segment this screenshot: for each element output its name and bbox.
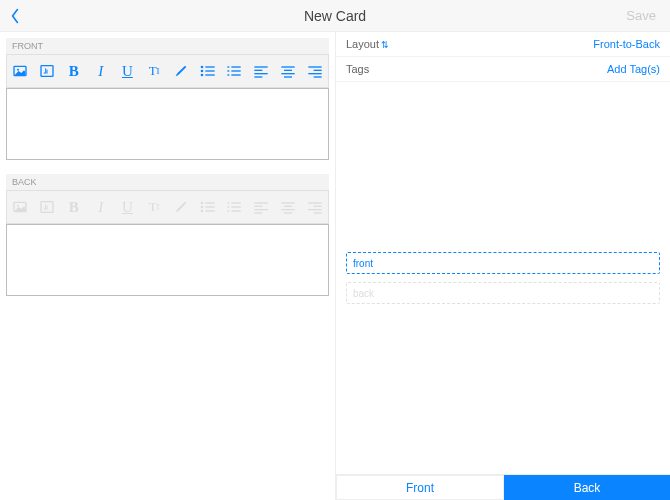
audio-icon[interactable] [38,61,57,81]
svg-rect-48 [281,209,294,210]
layout-row[interactable]: Layout⇅ Front-to-Back [336,32,670,57]
svg-point-1 [17,69,19,71]
svg-rect-8 [205,74,214,75]
svg-rect-15 [254,66,267,67]
layout-value[interactable]: Front-to-Back [593,38,660,50]
svg-rect-11 [228,74,230,75]
preview-area: front back [336,82,670,474]
svg-rect-33 [205,202,214,203]
text-style-button[interactable]: TI [145,197,164,217]
svg-rect-20 [284,70,292,71]
preview-front[interactable]: front [346,252,660,274]
svg-rect-22 [284,76,292,77]
align-center-icon[interactable] [279,61,298,81]
svg-rect-10 [228,70,230,71]
svg-rect-44 [254,209,267,210]
tags-row[interactable]: Tags Add Tag(s) [336,57,670,82]
svg-rect-46 [281,202,294,203]
svg-rect-24 [313,70,321,71]
save-button[interactable]: Save [626,8,656,23]
brush-icon[interactable] [172,61,191,81]
align-right-icon[interactable] [305,61,324,81]
svg-rect-16 [254,70,262,71]
svg-point-32 [200,210,203,213]
bold-button[interactable]: B [65,61,84,81]
tags-label: Tags [346,63,369,75]
align-center-icon[interactable] [279,197,298,217]
svg-rect-21 [281,73,294,74]
svg-rect-41 [232,210,241,211]
back-editor[interactable] [6,224,329,296]
preview-back[interactable]: back [346,282,660,304]
svg-rect-19 [281,66,294,67]
svg-rect-40 [232,206,241,207]
front-editor[interactable] [6,88,329,160]
svg-rect-43 [254,206,262,207]
back-section: BACK B I U TI [6,174,329,296]
svg-rect-23 [308,66,321,67]
top-bar: New Card Save [0,0,670,32]
front-toolbar: B I U TI [6,54,329,88]
left-pane: FRONT B I U TI [0,32,335,500]
text-style-button[interactable]: TI [145,61,164,81]
number-list-icon[interactable] [225,197,244,217]
align-left-icon[interactable] [252,197,271,217]
front-section: FRONT B I U TI [6,38,329,160]
front-label: FRONT [6,38,329,54]
tab-front[interactable]: Front [336,475,504,500]
svg-rect-14 [232,74,241,75]
audio-icon[interactable] [38,197,57,217]
svg-rect-35 [205,210,214,211]
svg-point-30 [200,202,203,205]
tags-value[interactable]: Add Tag(s) [607,63,660,75]
align-left-icon[interactable] [252,61,271,81]
layout-label: Layout⇅ [346,38,389,50]
sort-icon: ⇅ [381,40,389,50]
brush-icon[interactable] [172,197,191,217]
svg-rect-45 [254,212,262,213]
svg-rect-37 [228,206,230,207]
underline-button[interactable]: U [118,197,137,217]
main-split: FRONT B I U TI [0,32,670,500]
svg-rect-26 [313,76,321,77]
svg-rect-42 [254,202,267,203]
svg-rect-17 [254,73,267,74]
back-toolbar: B I U TI [6,190,329,224]
svg-rect-52 [308,209,321,210]
align-right-icon[interactable] [305,197,324,217]
svg-rect-6 [205,66,214,67]
bullet-list-icon[interactable] [198,61,217,81]
image-icon[interactable] [11,197,30,217]
svg-rect-38 [228,210,230,211]
svg-rect-53 [313,212,321,213]
svg-rect-18 [254,76,262,77]
svg-rect-13 [232,70,241,71]
page-title: New Card [304,8,366,24]
bold-button[interactable]: B [65,197,84,217]
svg-point-4 [200,70,203,73]
svg-point-5 [200,74,203,77]
image-icon[interactable] [11,61,30,81]
back-label: BACK [6,174,329,190]
tab-back[interactable]: Back [504,475,670,500]
underline-button[interactable]: U [118,61,137,81]
preview-tabs: Front Back [336,474,670,500]
svg-point-3 [200,66,203,69]
svg-rect-9 [228,66,230,67]
bullet-list-icon[interactable] [198,197,217,217]
svg-rect-34 [205,206,214,207]
svg-rect-36 [228,202,230,203]
back-button[interactable] [0,0,30,31]
svg-rect-7 [205,70,214,71]
svg-point-28 [17,205,19,207]
svg-rect-51 [313,206,321,207]
italic-button[interactable]: I [91,61,110,81]
italic-button[interactable]: I [91,197,110,217]
svg-rect-39 [232,202,241,203]
right-pane: Layout⇅ Front-to-Back Tags Add Tag(s) fr… [335,32,670,500]
svg-rect-49 [284,212,292,213]
svg-rect-50 [308,202,321,203]
svg-point-31 [200,206,203,209]
svg-rect-25 [308,73,321,74]
number-list-icon[interactable] [225,61,244,81]
